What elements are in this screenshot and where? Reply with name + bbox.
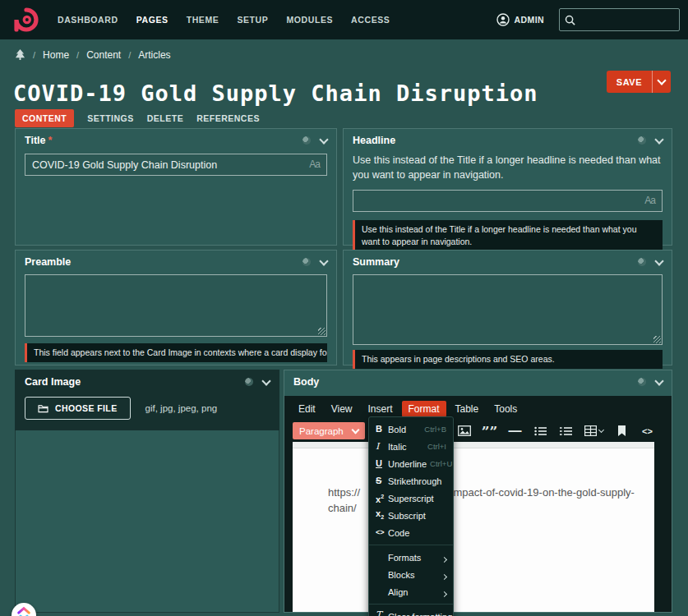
chevron-down-icon (598, 427, 604, 433)
text-tools-icon[interactable]: Aa (309, 159, 320, 170)
table-button[interactable] (584, 425, 603, 436)
body-field-header[interactable]: Body (284, 370, 672, 392)
summary-field-header[interactable]: Summary (344, 251, 672, 272)
field-label: Preamble (25, 256, 71, 268)
url-text-end: /impact-of-covid-19-on-the-gold-supply- (448, 486, 635, 499)
menu-view[interactable]: View (325, 401, 359, 417)
field-note: This appears in page descriptions and SE… (353, 350, 663, 369)
page-tree-icon[interactable] (15, 49, 25, 61)
menu-item-superscript[interactable]: x2 Superscript (369, 490, 453, 507)
menu-item-align[interactable]: Align (369, 583, 453, 600)
subscript-icon: x2 (376, 509, 388, 522)
menu-insert[interactable]: Insert (361, 401, 399, 417)
source-code-button[interactable]: <> (640, 426, 654, 436)
collapse-chevron-icon[interactable] (654, 135, 663, 144)
breadcrumb-separator: / (128, 50, 131, 60)
title-field-header[interactable]: Title* (16, 129, 336, 150)
bullet-list-button[interactable] (533, 426, 547, 436)
breadcrumb-home[interactable]: Home (43, 49, 69, 61)
menu-item-code[interactable]: <> Code (369, 524, 453, 541)
editor-content-top-strip (293, 442, 654, 448)
menu-item-blocks[interactable]: Blocks (369, 566, 453, 583)
chevron-down-icon (352, 426, 360, 434)
nav-item-access[interactable]: ACCESS (351, 15, 390, 25)
breadcrumb: / Home / Content / Articles (15, 49, 171, 61)
collapse-chevron-icon[interactable] (319, 256, 328, 265)
menu-table[interactable]: Table (449, 401, 486, 417)
breadcrumb-articles[interactable]: Articles (138, 49, 170, 61)
breadcrumb-content[interactable]: Content (86, 49, 121, 61)
block-format-select[interactable]: Paragraph (293, 422, 365, 439)
editor-paragraph[interactable]: https:///impact-of-covid-19-on-the-gold-… (293, 448, 654, 516)
nav-item-setup[interactable]: SETUP (237, 15, 268, 25)
processwire-logo-icon[interactable] (13, 7, 39, 33)
format-dropdown-menu: B Bold Ctrl+B I Italic Ctrl+I U Underlin… (368, 416, 454, 616)
richtext-editor: Edit View Insert Format Table Tools Para… (284, 396, 672, 612)
save-button[interactable]: SAVE (607, 71, 671, 93)
tab-settings[interactable]: SETTINGS (87, 113, 134, 123)
top-navigation-bar: DASHBOARD PAGES THEME SETUP MODULES ACCE… (0, 0, 688, 39)
horizontal-rule-button[interactable]: — (508, 424, 522, 439)
menu-item-subscript[interactable]: x2 Subscript (369, 507, 453, 524)
language-sphere-icon (302, 136, 311, 145)
menu-item-bold[interactable]: B Bold Ctrl+B (369, 421, 453, 438)
choose-file-button[interactable]: CHOOSE FILE (25, 397, 131, 420)
summary-textarea[interactable] (353, 274, 663, 345)
breadcrumb-separator: / (76, 50, 79, 60)
nav-item-theme[interactable]: THEME (187, 15, 219, 25)
user-menu[interactable]: ADMIN (496, 13, 544, 26)
search-box[interactable] (559, 8, 680, 31)
page-title: COVID-19 Gold Supply Chain Disruption (13, 80, 538, 106)
preamble-textarea[interactable] (25, 274, 327, 337)
collapse-chevron-icon[interactable] (261, 376, 270, 385)
summary-field-panel: Summary This appears in page description… (343, 250, 672, 365)
menu-item-underline[interactable]: U Underline Ctrl+U (369, 455, 453, 472)
headline-input[interactable] (353, 190, 663, 212)
title-input[interactable] (25, 154, 327, 176)
numbered-list-button[interactable] (559, 426, 573, 436)
text-tools-icon[interactable]: Aa (644, 195, 655, 206)
editor-content-area[interactable]: https:///impact-of-covid-19-on-the-gold-… (293, 442, 654, 612)
search-input[interactable] (580, 13, 666, 26)
menu-tools[interactable]: Tools (487, 401, 524, 417)
user-icon (496, 13, 510, 26)
submenu-arrow-icon (442, 550, 446, 565)
menu-item-strikethrough[interactable]: S Strikethrough (369, 472, 453, 490)
collapse-chevron-icon[interactable] (654, 256, 663, 265)
block-format-value: Paragraph (299, 426, 344, 436)
nav-item-pages[interactable]: PAGES (136, 15, 169, 25)
menu-item-italic[interactable]: I Italic Ctrl+I (369, 438, 453, 455)
menu-edit[interactable]: Edit (292, 401, 322, 417)
menu-separator (369, 545, 453, 545)
field-label: Title* (25, 135, 52, 146)
field-label: Headline (353, 135, 395, 146)
chevron-down-icon (657, 76, 666, 85)
search-icon (565, 15, 575, 25)
title-field-panel: Title* Aa (15, 128, 337, 246)
collapse-chevron-icon[interactable] (654, 376, 663, 385)
tab-content[interactable]: CONTENT (15, 109, 74, 127)
menu-item-clear-formatting[interactable]: Tx Clear formatting (369, 608, 453, 616)
underline-icon: U (376, 459, 388, 468)
menu-item-formats[interactable]: Formats (369, 549, 453, 566)
collapse-chevron-icon[interactable] (319, 135, 328, 144)
language-sphere-icon (302, 258, 311, 266)
nav-item-dashboard[interactable]: DASHBOARD (58, 15, 118, 25)
tab-references[interactable]: REFERENCES (196, 113, 260, 123)
preamble-field-header[interactable]: Preamble (16, 251, 336, 272)
anchor-button[interactable] (615, 425, 629, 436)
menu-format[interactable]: Format (402, 401, 446, 417)
required-asterisk: * (48, 135, 52, 146)
save-dropdown-toggle[interactable] (653, 80, 671, 84)
url-text-start: https:// (328, 486, 360, 499)
blockquote-button[interactable]: ”” (483, 426, 496, 436)
clickup-logo-icon (16, 606, 31, 616)
choose-file-label: CHOOSE FILE (55, 403, 118, 413)
language-sphere-icon (638, 136, 646, 145)
breadcrumb-separator: / (33, 50, 35, 60)
insert-image-button[interactable] (457, 425, 471, 436)
headline-field-header[interactable]: Headline (344, 129, 672, 150)
card-image-field-header[interactable]: Card Image (16, 370, 279, 392)
tab-delete[interactable]: DELETE (147, 113, 183, 123)
nav-item-modules[interactable]: MODULES (286, 15, 333, 25)
